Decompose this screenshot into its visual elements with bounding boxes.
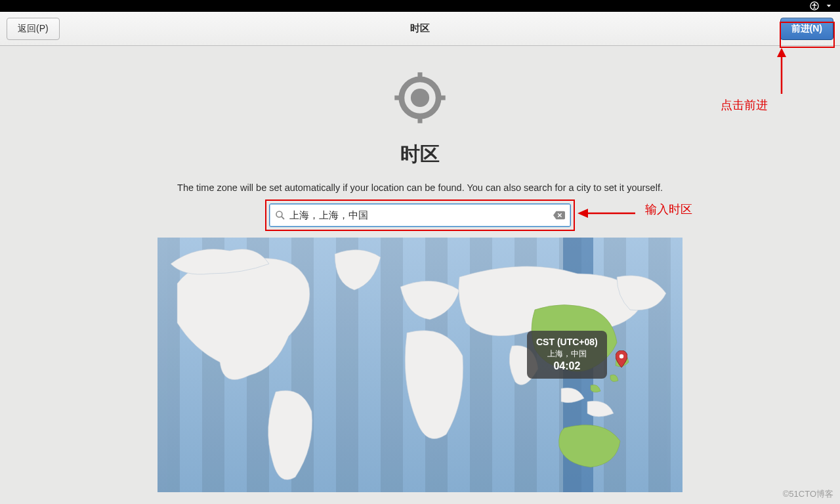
svg-line-9: [282, 217, 284, 219]
watermark: ©51CTO博客: [783, 488, 833, 500]
bubble-time-label: 04:02: [536, 359, 598, 373]
accessibility-icon[interactable]: [810, 1, 819, 10]
forward-button[interactable]: 前进(N): [780, 18, 833, 40]
svg-rect-10: [158, 238, 180, 492]
header-bar: 返回(P) 时区 前进(N): [0, 12, 840, 46]
svg-point-24: [620, 354, 623, 358]
svg-point-3: [411, 89, 429, 107]
svg-rect-4: [417, 72, 422, 80]
timezone-info-bubble: CST (UTC+08) 上海，中国 04:02: [527, 331, 607, 379]
svg-rect-21: [648, 238, 671, 492]
map-pin-icon: [616, 350, 627, 368]
page-subtitle: The time zone will be set automatically …: [0, 182, 840, 193]
svg-point-8: [276, 211, 282, 217]
header-title: 时区: [0, 22, 840, 35]
bubble-timezone-label: CST (UTC+08): [536, 336, 598, 348]
desktop-top-panel: [0, 0, 840, 12]
bubble-location-label: 上海，中国: [536, 348, 598, 359]
city-search-input[interactable]: [289, 210, 553, 221]
svg-rect-5: [417, 115, 422, 123]
timezone-map[interactable]: CST (UTC+08) 上海，中国 04:02: [158, 238, 682, 492]
city-search-input-wrapper[interactable]: [269, 203, 571, 227]
page-title: 时区: [0, 141, 840, 168]
clear-input-icon[interactable]: [553, 211, 565, 220]
system-menu-chevron-icon[interactable]: [824, 1, 833, 10]
svg-rect-7: [437, 95, 445, 100]
location-target-icon: [391, 69, 449, 127]
search-icon: [275, 210, 285, 220]
page-content: 时区 The time zone will be set automatical…: [0, 46, 840, 492]
svg-rect-15: [381, 238, 403, 492]
svg-rect-6: [394, 95, 402, 100]
svg-point-1: [814, 3, 816, 5]
back-button[interactable]: 返回(P): [7, 18, 60, 40]
